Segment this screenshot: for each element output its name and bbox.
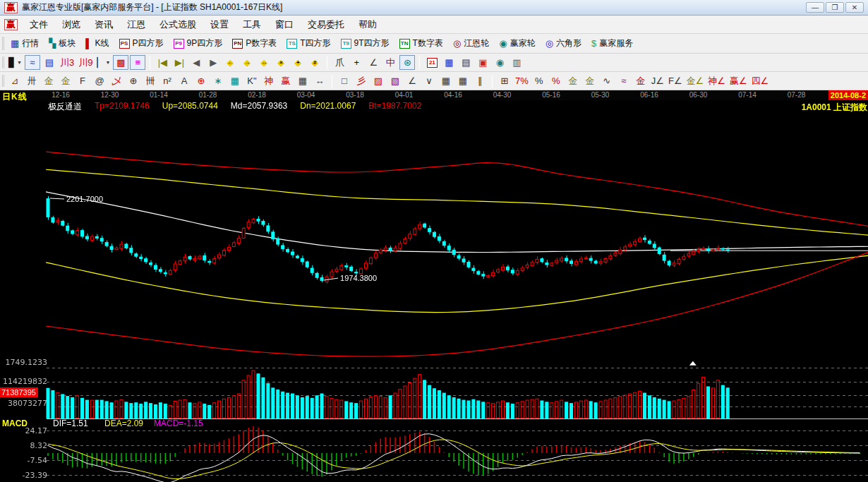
tool-last-page[interactable]: ▶| (171, 55, 187, 70)
candle-style-dropdown-dropdown-arrow[interactable]: ▼ (105, 60, 110, 65)
tool-compress-horizontal[interactable]: ◆× (273, 55, 289, 70)
tool-wave-box[interactable]: ≈ (616, 73, 632, 88)
tool-calculator[interactable]: ▦ (441, 55, 457, 70)
tool-gold-angle[interactable]: 金∠ (685, 73, 706, 88)
tool-parallel-lines[interactable]: ∥ (472, 73, 488, 88)
toolbar-button-p-number-table[interactable]: PNP数字表 (229, 36, 280, 51)
tool-mini-chart-9[interactable]: 川9 (77, 55, 94, 70)
tool-red-marker-pen[interactable]: 乄 (109, 73, 124, 88)
tool-full-view[interactable]: ◆# (307, 55, 323, 70)
menu-item-7[interactable]: 窗口 (269, 16, 300, 33)
tool-width-arrows[interactable]: ↔ (312, 73, 327, 88)
tool-gold-lines[interactable]: 金 (582, 73, 598, 88)
minimize-button[interactable]: — (806, 2, 824, 13)
menu-item-5[interactable]: 设置 (204, 16, 235, 33)
tool-percent[interactable]: % (531, 73, 547, 88)
tool-trendline-tool[interactable]: ∠ (366, 55, 381, 70)
period-dropdown-dropdown-arrow[interactable]: ▼ (17, 60, 22, 65)
tool-angle-lines[interactable]: ∠ (404, 73, 420, 88)
date-axis[interactable]: 12-1612-3001-1401-2802-1803-0403-1804-01… (0, 90, 868, 100)
tool-candle-style-dropdown[interactable]: ▏▼ (95, 55, 111, 70)
toolbar-button-9t-square[interactable]: T99T四方形 (337, 36, 393, 51)
close-button[interactable]: ✕ (845, 2, 864, 13)
tool-expand-horizontal[interactable]: ◆↔ (256, 55, 272, 70)
menu-item-0[interactable]: 文件 (23, 16, 54, 33)
tool-calendar[interactable]: 21 (424, 55, 440, 70)
tool-shen-angle[interactable]: 神∠ (706, 73, 727, 88)
maximize-button[interactable]: ❐ (826, 2, 844, 13)
tool-grid-123[interactable]: ▦ (295, 73, 311, 88)
tool-smart-tool[interactable]: ⊛ (399, 55, 415, 70)
tool-fan-lines[interactable]: 彡 (354, 73, 369, 88)
tool-circle-target[interactable]: ⊕ (193, 73, 209, 88)
tool-price-grid[interactable]: ▦ (438, 73, 454, 88)
toolbar-button-winner-wheel[interactable]: ◉赢家轮 (495, 36, 538, 51)
tool-mid-tool[interactable]: 中 (382, 55, 398, 70)
tool-star-web[interactable]: ∗ (210, 73, 226, 88)
tool-fan-box[interactable]: ▨ (370, 73, 386, 88)
tool-mini-chart-3[interactable]: 川3 (59, 55, 76, 70)
tool-fan-box-2[interactable]: ▧ (387, 73, 403, 88)
tool-prev-page[interactable]: ◀ (188, 55, 204, 70)
menu-item-8[interactable]: 交易委托 (301, 16, 351, 33)
tool-gold-channel-1[interactable]: 金 (41, 73, 56, 88)
tool-percent-lines[interactable]: % (548, 73, 564, 88)
tool-info-panel[interactable]: ▤ (42, 55, 57, 70)
tool-percent-7[interactable]: 7% (514, 73, 530, 88)
tool-box-tool[interactable]: □ (337, 73, 352, 88)
tool-f-line[interactable]: F (75, 73, 90, 88)
toolbar-button-winner-service[interactable]: $赢家服务 (588, 36, 637, 51)
menu-item-1[interactable]: 浏览 (56, 16, 87, 33)
tool-shen-tool[interactable]: 神 (261, 73, 277, 88)
tool-wave-pen[interactable]: ∿ (599, 73, 615, 88)
tool-gold-channel-2[interactable]: 金 (58, 73, 73, 88)
tool-v-lines[interactable]: ∨ (421, 73, 437, 88)
tool-save[interactable]: ▣ (475, 55, 490, 70)
tool-n-square[interactable]: n² (159, 73, 175, 88)
tool-channel-view[interactable]: ≈ (25, 55, 40, 70)
tool-print[interactable]: ▥ (509, 55, 524, 70)
toolbar-button-9p-square[interactable]: P99P四方形 (170, 36, 227, 51)
tool-line-density[interactable]: 卌 (143, 73, 158, 88)
tool-notes[interactable]: ▤ (458, 55, 474, 70)
menu-item-6[interactable]: 工具 (236, 16, 267, 33)
tool-hand-tool[interactable]: 爪 (332, 55, 347, 70)
menu-item-4[interactable]: 公式选股 (153, 16, 203, 33)
menu-item-9[interactable]: 帮助 (352, 16, 383, 33)
menu-item-3[interactable]: 江恩 (121, 16, 152, 33)
tool-time-grid[interactable]: ▦ (455, 73, 471, 88)
tool-expand-all[interactable]: ◆+ (290, 55, 306, 70)
tool-gold-red[interactable]: 金 (633, 73, 649, 88)
toolbar-button-sectors[interactable]: ▚板块 (45, 36, 79, 51)
tool-j-angle[interactable]: J∠ (650, 73, 665, 88)
tool-gold-circle[interactable]: 金 (565, 73, 581, 88)
tool-period-dropdown[interactable]: ▊▼ (7, 55, 23, 70)
tool-volume-histogram[interactable]: ≡ (130, 55, 145, 70)
tool-spiral[interactable]: @ (92, 73, 107, 88)
tool-win-tool[interactable]: 赢 (278, 73, 294, 88)
toolbar-button-t-number-table[interactable]: TNT数字表 (396, 36, 447, 51)
tool-shift-right[interactable]: ◆→ (239, 55, 255, 70)
tool-time-cycle[interactable]: ⊕ (126, 73, 141, 88)
toolbar-button-gann-wheel[interactable]: ◎江恩轮 (450, 36, 493, 51)
tool-pattern-tool[interactable]: ▩ (113, 55, 128, 70)
tool-send-web[interactable]: ◉ (492, 55, 507, 70)
tool-draw-compass[interactable]: ⊿ (7, 73, 23, 88)
tool-crosshair-tool[interactable]: + (349, 55, 364, 70)
tool-a-channel[interactable]: A (176, 73, 192, 88)
tool-win-angle[interactable]: 赢∠ (728, 73, 749, 88)
tool-next-page[interactable]: ▶ (205, 55, 221, 70)
tool-f-angle[interactable]: F∠ (667, 73, 684, 88)
menu-item-2[interactable]: 资讯 (88, 16, 119, 33)
toolbar-button-quotes[interactable]: ▦行情 (7, 36, 42, 51)
toolbar-button-hexagon[interactable]: ◎六角形 (542, 36, 585, 51)
toolbar-button-t-square[interactable]: TST四方形 (283, 36, 334, 51)
tool-first-page[interactable]: |◀ (155, 55, 170, 70)
toolbar-button-p-square[interactable]: PSP四方形 (116, 36, 167, 51)
toolbar-button-kline[interactable]: ▌K线 (82, 36, 112, 51)
tool-web-box[interactable]: ▦ (227, 73, 243, 88)
tool-ratio-table[interactable]: ⊞ (497, 73, 512, 88)
tool-k-mark[interactable]: K" (244, 73, 260, 88)
tool-shift-left[interactable]: ◆← (222, 55, 238, 70)
tool-gann-line-grid[interactable]: 卅 (24, 73, 40, 88)
